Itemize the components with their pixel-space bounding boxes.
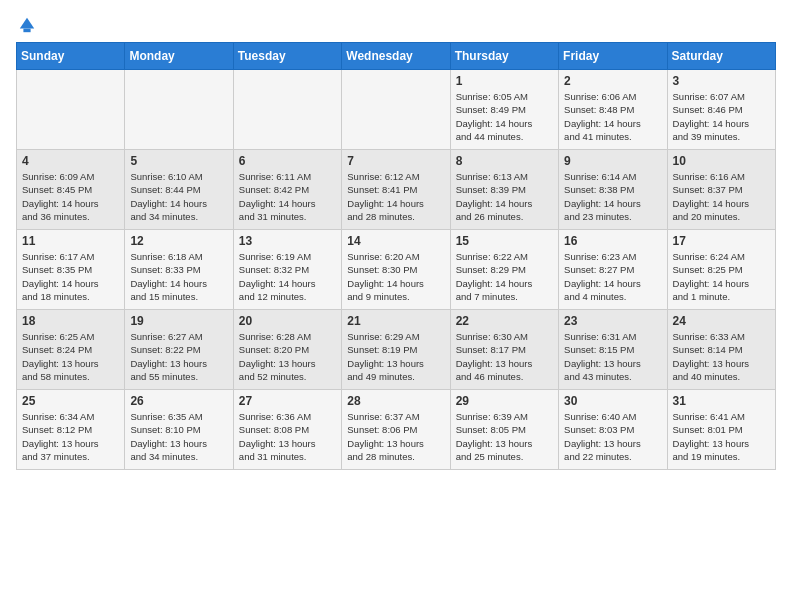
day-info: Sunrise: 6:11 AM Sunset: 8:42 PM Dayligh… xyxy=(239,170,336,223)
day-info: Sunrise: 6:14 AM Sunset: 8:38 PM Dayligh… xyxy=(564,170,661,223)
calendar-cell: 4Sunrise: 6:09 AM Sunset: 8:45 PM Daylig… xyxy=(17,150,125,230)
logo xyxy=(16,16,36,30)
day-info: Sunrise: 6:33 AM Sunset: 8:14 PM Dayligh… xyxy=(673,330,770,383)
day-info: Sunrise: 6:20 AM Sunset: 8:30 PM Dayligh… xyxy=(347,250,444,303)
day-info: Sunrise: 6:12 AM Sunset: 8:41 PM Dayligh… xyxy=(347,170,444,223)
column-header-wednesday: Wednesday xyxy=(342,43,450,70)
calendar-cell: 3Sunrise: 6:07 AM Sunset: 8:46 PM Daylig… xyxy=(667,70,775,150)
day-info: Sunrise: 6:10 AM Sunset: 8:44 PM Dayligh… xyxy=(130,170,227,223)
svg-marker-1 xyxy=(23,29,30,33)
day-number: 18 xyxy=(22,314,119,328)
calendar-cell: 15Sunrise: 6:22 AM Sunset: 8:29 PM Dayli… xyxy=(450,230,558,310)
calendar-cell: 6Sunrise: 6:11 AM Sunset: 8:42 PM Daylig… xyxy=(233,150,341,230)
column-header-saturday: Saturday xyxy=(667,43,775,70)
day-number: 5 xyxy=(130,154,227,168)
day-number: 21 xyxy=(347,314,444,328)
day-info: Sunrise: 6:05 AM Sunset: 8:49 PM Dayligh… xyxy=(456,90,553,143)
day-number: 15 xyxy=(456,234,553,248)
calendar-cell: 23Sunrise: 6:31 AM Sunset: 8:15 PM Dayli… xyxy=(559,310,667,390)
day-number: 12 xyxy=(130,234,227,248)
day-info: Sunrise: 6:29 AM Sunset: 8:19 PM Dayligh… xyxy=(347,330,444,383)
calendar-cell xyxy=(342,70,450,150)
day-number: 22 xyxy=(456,314,553,328)
calendar-cell: 22Sunrise: 6:30 AM Sunset: 8:17 PM Dayli… xyxy=(450,310,558,390)
day-number: 1 xyxy=(456,74,553,88)
calendar-cell: 14Sunrise: 6:20 AM Sunset: 8:30 PM Dayli… xyxy=(342,230,450,310)
calendar-cell: 13Sunrise: 6:19 AM Sunset: 8:32 PM Dayli… xyxy=(233,230,341,310)
calendar-cell xyxy=(125,70,233,150)
page-header xyxy=(16,16,776,30)
calendar-cell: 19Sunrise: 6:27 AM Sunset: 8:22 PM Dayli… xyxy=(125,310,233,390)
day-number: 9 xyxy=(564,154,661,168)
day-info: Sunrise: 6:37 AM Sunset: 8:06 PM Dayligh… xyxy=(347,410,444,463)
calendar-cell: 5Sunrise: 6:10 AM Sunset: 8:44 PM Daylig… xyxy=(125,150,233,230)
day-number: 6 xyxy=(239,154,336,168)
day-number: 23 xyxy=(564,314,661,328)
calendar-cell: 26Sunrise: 6:35 AM Sunset: 8:10 PM Dayli… xyxy=(125,390,233,470)
column-header-sunday: Sunday xyxy=(17,43,125,70)
calendar-week-row: 11Sunrise: 6:17 AM Sunset: 8:35 PM Dayli… xyxy=(17,230,776,310)
calendar-cell: 24Sunrise: 6:33 AM Sunset: 8:14 PM Dayli… xyxy=(667,310,775,390)
calendar-cell: 31Sunrise: 6:41 AM Sunset: 8:01 PM Dayli… xyxy=(667,390,775,470)
calendar-cell xyxy=(233,70,341,150)
calendar-header-row: SundayMondayTuesdayWednesdayThursdayFrid… xyxy=(17,43,776,70)
day-number: 8 xyxy=(456,154,553,168)
day-number: 13 xyxy=(239,234,336,248)
day-info: Sunrise: 6:18 AM Sunset: 8:33 PM Dayligh… xyxy=(130,250,227,303)
day-number: 11 xyxy=(22,234,119,248)
calendar-cell: 30Sunrise: 6:40 AM Sunset: 8:03 PM Dayli… xyxy=(559,390,667,470)
day-info: Sunrise: 6:31 AM Sunset: 8:15 PM Dayligh… xyxy=(564,330,661,383)
day-info: Sunrise: 6:34 AM Sunset: 8:12 PM Dayligh… xyxy=(22,410,119,463)
column-header-friday: Friday xyxy=(559,43,667,70)
day-number: 30 xyxy=(564,394,661,408)
day-info: Sunrise: 6:09 AM Sunset: 8:45 PM Dayligh… xyxy=(22,170,119,223)
day-info: Sunrise: 6:35 AM Sunset: 8:10 PM Dayligh… xyxy=(130,410,227,463)
calendar-cell: 7Sunrise: 6:12 AM Sunset: 8:41 PM Daylig… xyxy=(342,150,450,230)
day-info: Sunrise: 6:17 AM Sunset: 8:35 PM Dayligh… xyxy=(22,250,119,303)
calendar-cell: 2Sunrise: 6:06 AM Sunset: 8:48 PM Daylig… xyxy=(559,70,667,150)
calendar-week-row: 4Sunrise: 6:09 AM Sunset: 8:45 PM Daylig… xyxy=(17,150,776,230)
day-number: 28 xyxy=(347,394,444,408)
calendar-cell: 9Sunrise: 6:14 AM Sunset: 8:38 PM Daylig… xyxy=(559,150,667,230)
column-header-tuesday: Tuesday xyxy=(233,43,341,70)
day-number: 3 xyxy=(673,74,770,88)
day-number: 4 xyxy=(22,154,119,168)
day-number: 27 xyxy=(239,394,336,408)
column-header-thursday: Thursday xyxy=(450,43,558,70)
day-number: 24 xyxy=(673,314,770,328)
day-info: Sunrise: 6:27 AM Sunset: 8:22 PM Dayligh… xyxy=(130,330,227,383)
calendar-cell: 29Sunrise: 6:39 AM Sunset: 8:05 PM Dayli… xyxy=(450,390,558,470)
calendar-cell: 16Sunrise: 6:23 AM Sunset: 8:27 PM Dayli… xyxy=(559,230,667,310)
day-number: 19 xyxy=(130,314,227,328)
day-info: Sunrise: 6:07 AM Sunset: 8:46 PM Dayligh… xyxy=(673,90,770,143)
day-info: Sunrise: 6:13 AM Sunset: 8:39 PM Dayligh… xyxy=(456,170,553,223)
calendar-cell: 17Sunrise: 6:24 AM Sunset: 8:25 PM Dayli… xyxy=(667,230,775,310)
day-number: 20 xyxy=(239,314,336,328)
calendar-cell: 18Sunrise: 6:25 AM Sunset: 8:24 PM Dayli… xyxy=(17,310,125,390)
logo-icon xyxy=(18,16,36,34)
calendar-cell: 25Sunrise: 6:34 AM Sunset: 8:12 PM Dayli… xyxy=(17,390,125,470)
day-info: Sunrise: 6:30 AM Sunset: 8:17 PM Dayligh… xyxy=(456,330,553,383)
day-info: Sunrise: 6:22 AM Sunset: 8:29 PM Dayligh… xyxy=(456,250,553,303)
day-number: 26 xyxy=(130,394,227,408)
day-number: 2 xyxy=(564,74,661,88)
day-number: 7 xyxy=(347,154,444,168)
column-header-monday: Monday xyxy=(125,43,233,70)
day-info: Sunrise: 6:39 AM Sunset: 8:05 PM Dayligh… xyxy=(456,410,553,463)
calendar-week-row: 1Sunrise: 6:05 AM Sunset: 8:49 PM Daylig… xyxy=(17,70,776,150)
day-info: Sunrise: 6:24 AM Sunset: 8:25 PM Dayligh… xyxy=(673,250,770,303)
day-info: Sunrise: 6:40 AM Sunset: 8:03 PM Dayligh… xyxy=(564,410,661,463)
day-info: Sunrise: 6:41 AM Sunset: 8:01 PM Dayligh… xyxy=(673,410,770,463)
calendar-cell: 28Sunrise: 6:37 AM Sunset: 8:06 PM Dayli… xyxy=(342,390,450,470)
calendar-cell: 12Sunrise: 6:18 AM Sunset: 8:33 PM Dayli… xyxy=(125,230,233,310)
day-number: 25 xyxy=(22,394,119,408)
day-info: Sunrise: 6:23 AM Sunset: 8:27 PM Dayligh… xyxy=(564,250,661,303)
calendar-cell: 10Sunrise: 6:16 AM Sunset: 8:37 PM Dayli… xyxy=(667,150,775,230)
day-number: 16 xyxy=(564,234,661,248)
calendar-cell: 27Sunrise: 6:36 AM Sunset: 8:08 PM Dayli… xyxy=(233,390,341,470)
day-info: Sunrise: 6:36 AM Sunset: 8:08 PM Dayligh… xyxy=(239,410,336,463)
day-number: 31 xyxy=(673,394,770,408)
calendar-week-row: 18Sunrise: 6:25 AM Sunset: 8:24 PM Dayli… xyxy=(17,310,776,390)
day-number: 17 xyxy=(673,234,770,248)
calendar-cell: 21Sunrise: 6:29 AM Sunset: 8:19 PM Dayli… xyxy=(342,310,450,390)
